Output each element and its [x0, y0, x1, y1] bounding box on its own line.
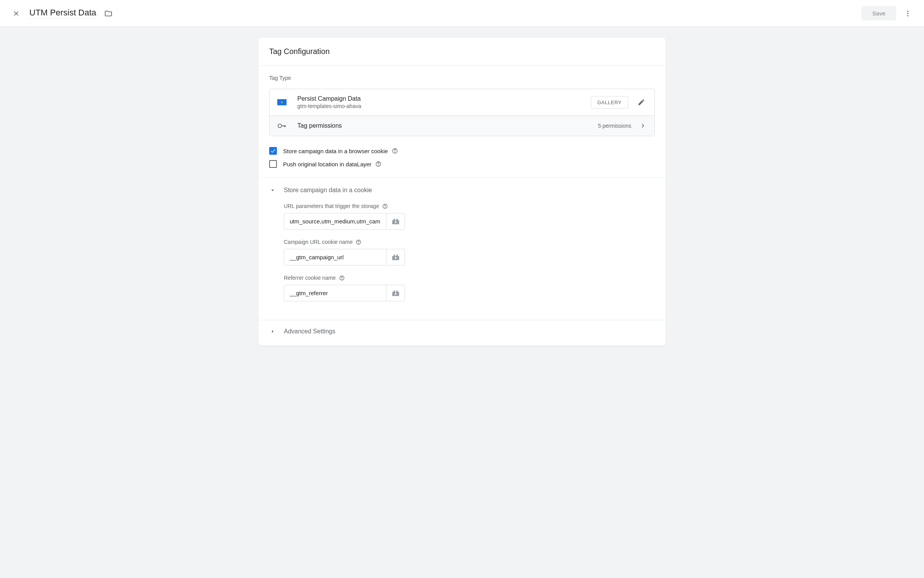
- checkbox-row-store-cookie: Store campaign data in a browser cookie: [269, 147, 655, 155]
- close-button[interactable]: [9, 7, 23, 20]
- input-referrer-cookie[interactable]: [284, 285, 386, 301]
- svg-rect-30: [395, 293, 396, 295]
- section-header-advanced[interactable]: Advanced Settings: [269, 320, 655, 346]
- section-header-cookie[interactable]: Store campaign data in a cookie: [269, 187, 655, 194]
- page-title[interactable]: UTM Persist Data: [29, 8, 96, 19]
- svg-rect-4: [282, 125, 285, 126]
- svg-rect-15: [396, 218, 398, 220]
- pencil-icon: [637, 98, 645, 106]
- svg-rect-21: [393, 254, 395, 256]
- help-icon[interactable]: [375, 161, 381, 167]
- help-icon[interactable]: [356, 239, 361, 245]
- checkbox-row-push-datalayer: Push original location in dataLayer: [269, 160, 655, 168]
- checkbox-label-push-datalayer: Push original location in dataLayer: [283, 161, 371, 167]
- more-vert-icon: [904, 10, 912, 17]
- permissions-label: Tag permissions: [297, 122, 598, 129]
- tag-template-name: Persist Campaign Data: [297, 95, 591, 102]
- variable-picker-button[interactable]: [386, 249, 405, 265]
- lego-icon: [391, 290, 400, 297]
- svg-rect-24: [395, 257, 396, 257]
- folder-icon[interactable]: [104, 9, 113, 18]
- field-referrer-cookie: Referrer cookie name: [284, 275, 655, 301]
- svg-point-8: [395, 152, 395, 152]
- help-icon[interactable]: [392, 148, 398, 154]
- tag-permissions-row[interactable]: Tag permissions 5 permissions: [270, 116, 654, 136]
- svg-rect-16: [395, 221, 396, 223]
- label-url-params: URL parameters that trigger the storage: [284, 203, 379, 209]
- input-campaign-cookie[interactable]: [284, 249, 386, 265]
- svg-point-12: [385, 207, 385, 208]
- tag-type-label: Tag Type: [269, 75, 655, 81]
- more-menu-button[interactable]: [901, 7, 915, 20]
- chevron-right-icon: [639, 122, 647, 130]
- section-title-advanced: Advanced Settings: [284, 328, 335, 335]
- checkbox-label-store-cookie: Store campaign data in a browser cookie: [283, 148, 388, 154]
- svg-rect-29: [396, 290, 398, 292]
- chevron-down-icon: [269, 187, 276, 194]
- svg-rect-17: [395, 221, 396, 221]
- variable-picker-button[interactable]: [386, 285, 405, 301]
- chevron-right-icon: [269, 328, 276, 335]
- svg-point-2: [907, 15, 908, 16]
- edit-tag-button[interactable]: [636, 97, 647, 108]
- svg-rect-31: [395, 292, 396, 293]
- svg-rect-5: [284, 125, 285, 127]
- save-button[interactable]: Save: [862, 6, 896, 20]
- svg-rect-14: [393, 218, 395, 220]
- svg-point-26: [342, 279, 342, 279]
- close-icon: [12, 10, 20, 17]
- field-campaign-cookie: Campaign URL cookie name: [284, 239, 655, 265]
- checkbox-store-cookie[interactable]: [269, 147, 277, 155]
- label-referrer-cookie: Referrer cookie name: [284, 275, 336, 281]
- card-title: Tag Configuration: [269, 47, 655, 56]
- help-icon[interactable]: [339, 275, 345, 281]
- check-icon: [270, 148, 276, 154]
- gallery-button[interactable]: GALLERY: [591, 96, 628, 109]
- svg-point-19: [359, 243, 359, 243]
- svg-rect-23: [395, 257, 396, 259]
- permissions-count: 5 permissions: [598, 123, 631, 129]
- tag-config-card: Tag Configuration Tag Type Persist Campa…: [258, 38, 666, 346]
- field-url-params: URL parameters that trigger the storage: [284, 203, 655, 230]
- key-icon: [277, 123, 287, 128]
- help-icon[interactable]: [382, 203, 388, 209]
- header-bar: UTM Persist Data Save: [0, 0, 924, 27]
- svg-point-3: [278, 124, 282, 127]
- svg-point-0: [907, 10, 908, 12]
- variable-picker-button[interactable]: [386, 213, 405, 230]
- section-title-cookie: Store campaign data in a cookie: [284, 187, 372, 194]
- tag-template-icon: [277, 99, 287, 105]
- svg-rect-6: [285, 125, 286, 127]
- checkbox-push-datalayer[interactable]: [269, 160, 277, 168]
- svg-point-10: [378, 165, 379, 166]
- lego-icon: [391, 218, 400, 225]
- tag-type-box: Persist Campaign Data gtm-templates-simo…: [269, 89, 655, 136]
- tag-template-author: gtm-templates-simo-ahava: [297, 103, 591, 109]
- input-url-params[interactable]: [284, 213, 386, 230]
- tag-type-row[interactable]: Persist Campaign Data gtm-templates-simo…: [270, 89, 654, 116]
- svg-rect-22: [396, 254, 398, 256]
- label-campaign-cookie: Campaign URL cookie name: [284, 239, 352, 245]
- svg-point-1: [907, 13, 908, 14]
- lego-icon: [391, 254, 400, 261]
- svg-rect-28: [393, 290, 395, 292]
